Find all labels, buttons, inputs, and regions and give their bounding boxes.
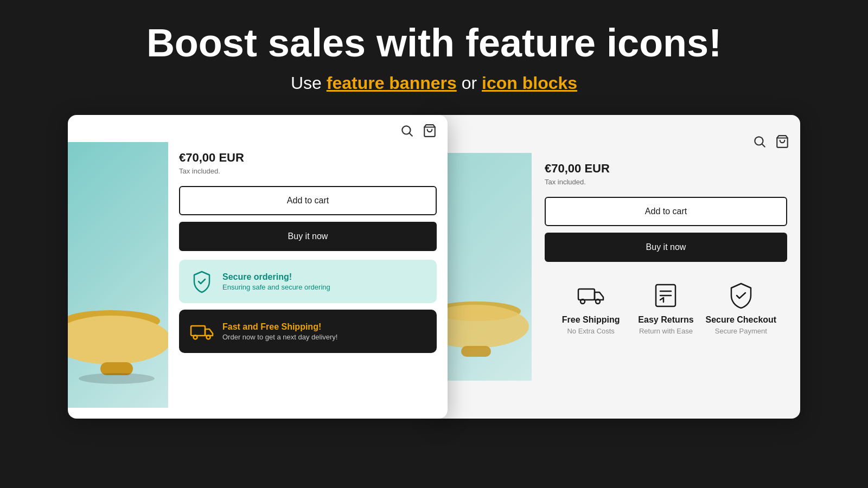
banner1-title: Secure ordering! — [222, 272, 330, 282]
cards-container: €70,00 EUR Tax included. Add to cart Buy… — [0, 115, 868, 419]
right-add-to-cart-button[interactable]: Add to cart — [545, 197, 787, 226]
easy-returns-block: Easy Returns Return with Ease — [628, 281, 703, 335]
truck-shipping-icon — [577, 281, 605, 310]
easy-returns-sub: Return with Ease — [628, 327, 703, 335]
right-price: €70,00 EUR — [545, 162, 787, 176]
secure-checkout-sub: Secure Payment — [704, 327, 778, 335]
card-left: €70,00 EUR Tax included. Add to cart Buy… — [68, 115, 448, 419]
search-icon[interactable] — [400, 124, 414, 138]
left-add-to-cart-button[interactable]: Add to cart — [179, 186, 437, 215]
icon-blocks-link[interactable]: icon blocks — [482, 73, 577, 93]
card-right: €70,00 EUR Tax included. Add to cart Buy… — [431, 115, 800, 419]
right-product-info: €70,00 EUR Tax included. Add to cart Buy… — [532, 153, 800, 381]
right-search-icon[interactable] — [752, 134, 767, 149]
right-tax-label: Tax included. — [545, 178, 787, 186]
secure-checkout-icon — [727, 281, 755, 310]
svg-rect-3 — [191, 326, 205, 336]
right-card-body: €70,00 EUR Tax included. Add to cart Buy… — [431, 153, 800, 381]
right-bowl-base — [461, 346, 491, 357]
right-cart-icon[interactable] — [775, 134, 789, 149]
free-shipping-title: Free Shipping — [553, 315, 628, 325]
secure-checkout-title: Secure Checkout — [704, 315, 778, 325]
free-shipping-sub: No Extra Costs — [553, 327, 628, 335]
banner1-text: Secure ordering! Ensuring safe and secur… — [222, 272, 330, 291]
hero-title: Boost sales with feature icons! — [11, 22, 857, 65]
svg-point-6 — [755, 137, 763, 145]
svg-line-1 — [410, 133, 412, 136]
icon-blocks-container: Free Shipping No Extra Costs — [545, 271, 787, 348]
banner2-text: Fast and Free Shipping! Order now to get… — [222, 322, 337, 341]
svg-point-11 — [596, 299, 600, 304]
left-topbar — [68, 115, 448, 142]
svg-point-0 — [402, 126, 410, 134]
truck-icon — [190, 319, 214, 343]
left-product-image — [68, 142, 168, 408]
banner2-title: Fast and Free Shipping! — [222, 322, 337, 332]
banner2-subtitle: Order now to get a next day delivery! — [222, 333, 337, 341]
left-buy-now-button[interactable]: Buy it now — [179, 222, 437, 251]
banner1-subtitle: Ensuring safe and secure ordering — [222, 283, 330, 291]
bowl-outer — [68, 316, 168, 364]
shipping-banner: Fast and Free Shipping! Order now to get… — [179, 310, 437, 353]
subtitle-prefix: Use — [291, 73, 327, 93]
shield-check-icon — [190, 269, 214, 293]
svg-point-5 — [207, 336, 210, 339]
right-buy-now-button[interactable]: Buy it now — [545, 233, 787, 262]
free-shipping-block: Free Shipping No Extra Costs — [553, 281, 628, 335]
bowl-shadow — [79, 373, 155, 384]
secure-checkout-block: Secure Checkout Secure Payment — [704, 281, 778, 335]
subtitle-middle: or — [462, 73, 482, 93]
feature-banners-link[interactable]: feature banners — [327, 73, 457, 93]
svg-rect-9 — [578, 289, 595, 300]
svg-line-7 — [762, 144, 765, 147]
left-tax-label: Tax included. — [179, 167, 437, 175]
left-card-body: €70,00 EUR Tax included. Add to cart Buy… — [68, 142, 448, 408]
cart-icon[interactable] — [423, 124, 437, 138]
right-topbar — [431, 126, 800, 153]
secure-ordering-banner: Secure ordering! Ensuring safe and secur… — [179, 260, 437, 303]
hero-subtitle: Use feature banners or icon blocks — [11, 73, 857, 93]
svg-point-4 — [194, 336, 197, 339]
hero-header: Boost sales with feature icons! Use feat… — [0, 0, 868, 110]
returns-icon — [652, 281, 680, 310]
svg-point-10 — [580, 299, 585, 304]
left-price: €70,00 EUR — [179, 151, 437, 165]
easy-returns-title: Easy Returns — [628, 315, 703, 325]
left-product-info: €70,00 EUR Tax included. Add to cart Buy… — [168, 142, 448, 408]
